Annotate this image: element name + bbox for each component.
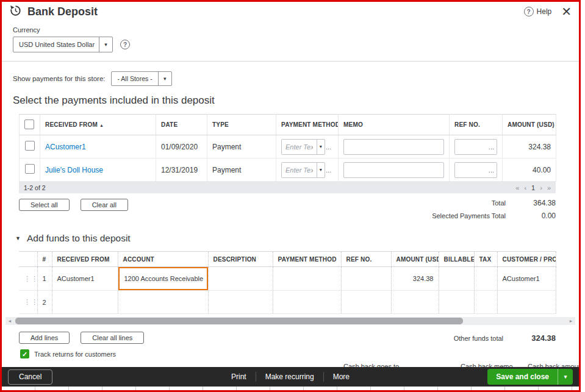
billable-cell[interactable] [439, 267, 474, 291]
clear-all-button[interactable]: Clear all [81, 199, 128, 211]
make-recurring-button[interactable]: Make recurring [256, 372, 323, 381]
received-from-link[interactable]: ACustomer1 [45, 143, 86, 151]
payment-method-caret-icon[interactable]: ▾ [317, 163, 325, 177]
col-memo[interactable]: MEMO [339, 115, 450, 135]
page-number[interactable]: 1 [531, 184, 535, 191]
payment-type: Payment [207, 135, 276, 159]
ref-no-cell[interactable] [341, 291, 391, 314]
dialog-header: Bank Deposit ? Help ✕ [2, 2, 579, 21]
currency-section: Currency USD United States Dollar ▾ ? [2, 21, 579, 62]
page-last-icon[interactable]: » [547, 184, 551, 191]
drag-handle-icon[interactable]: ⋮⋮ [24, 298, 37, 305]
cancel-button[interactable]: Cancel [8, 369, 52, 385]
received-from-link[interactable]: Julie's Doll House [45, 166, 103, 174]
track-returns-checkbox[interactable]: ✓ [20, 349, 29, 358]
col-received-from[interactable]: RECEIVED FROM▲ [40, 115, 156, 135]
payment-row-2-checkbox[interactable] [25, 164, 35, 174]
payment-method-input[interactable] [282, 140, 317, 154]
page-next-icon[interactable]: › [540, 184, 542, 191]
customer-cell[interactable] [497, 291, 556, 314]
payment-date: 01/09/2020 [156, 135, 207, 159]
payment-method-input[interactable] [282, 163, 317, 177]
memo-input[interactable] [343, 139, 444, 155]
store-filter-row: Show payments for this store: - All Stor… [13, 71, 579, 86]
total-label: Total [492, 199, 506, 207]
total-value: 364.38 [522, 199, 556, 207]
close-icon[interactable]: ✕ [561, 5, 572, 18]
page-first-icon[interactable]: « [515, 184, 519, 191]
store-caret-icon[interactable]: ▾ [158, 72, 171, 85]
sort-ascending-icon[interactable]: ▲ [99, 123, 104, 127]
help-link[interactable]: Help [537, 7, 552, 16]
payment-method-combo[interactable]: ▾ [281, 162, 325, 178]
col-ref-no[interactable]: REF NO. [450, 115, 503, 135]
scrollbar-thumb[interactable] [15, 318, 463, 324]
help-icon-glyph: ? [526, 9, 530, 15]
account-cell-highlighted[interactable]: 1200 Accounts Receivable [118, 267, 208, 290]
currency-select[interactable]: USD United States Dollar ▾ [13, 37, 113, 52]
description-cell[interactable] [208, 267, 273, 291]
select-all-checkbox[interactable] [24, 119, 34, 129]
col-amount[interactable]: AMOUNT (USD) [391, 252, 439, 267]
col-received-from[interactable]: RECEIVED FROM [52, 252, 118, 267]
payment-method-cell[interactable] [273, 291, 341, 314]
col-date[interactable]: DATE [156, 115, 207, 135]
funds-table: # RECEIVED FROM ACCOUNT DESCRIPTION PAYM… [19, 251, 556, 314]
scrollbar-track[interactable] [14, 317, 567, 325]
payment-method-caret-icon[interactable]: ▾ [317, 140, 325, 154]
drag-handle-icon[interactable]: ⋮⋮ [24, 275, 37, 282]
page-prev-icon[interactable]: ‹ [524, 184, 526, 191]
col-account[interactable]: ACCOUNT [118, 252, 208, 267]
col-tax[interactable]: TAX [474, 252, 497, 267]
track-returns-label: Track returns for customers [34, 351, 116, 358]
funds-received-from-cell[interactable] [52, 291, 118, 314]
amount-cell[interactable] [391, 291, 439, 314]
col-type[interactable]: TYPE [207, 115, 276, 135]
caret-glyph: ▾ [320, 144, 322, 149]
funds-received-from-cell[interactable]: ACustomer1 [52, 267, 118, 291]
collapse-caret-icon[interactable]: ▼ [15, 235, 21, 241]
ref-no-cell[interactable] [341, 267, 391, 291]
description-cell[interactable] [208, 291, 273, 314]
col-payment-method[interactable]: PAYMENT METHOD [276, 115, 339, 135]
billable-cell[interactable] [439, 291, 474, 314]
add-lines-button[interactable]: Add lines [19, 332, 70, 344]
caret-glyph: ▾ [320, 167, 322, 173]
payment-row-1-checkbox[interactable] [25, 141, 35, 151]
memo-input[interactable] [343, 162, 444, 178]
horizontal-scrollbar[interactable]: ◄ ► [5, 317, 575, 325]
tax-cell[interactable] [474, 291, 497, 314]
col-ref-no[interactable]: REF NO. [341, 252, 391, 267]
col-customer[interactable]: CUSTOMER / PROJECT [497, 252, 556, 267]
amount-cell[interactable]: 324.38 [391, 267, 439, 291]
caret-glyph: ▾ [564, 374, 567, 380]
col-payment-method[interactable]: PAYMENT METHOD [273, 252, 341, 267]
col-amount[interactable]: AMOUNT (USD) [503, 115, 556, 135]
help-icon[interactable]: ? [524, 7, 534, 16]
tax-cell[interactable] [474, 267, 497, 291]
currency-help-icon[interactable]: ? [120, 40, 130, 49]
col-line-number: # [37, 252, 52, 267]
account-cell[interactable] [118, 291, 208, 314]
store-select[interactable]: - All Stores - ▾ [111, 71, 171, 86]
line-number: 1 [37, 267, 52, 291]
overflow-dots: ... [326, 166, 331, 174]
currency-caret-icon[interactable]: ▾ [99, 37, 112, 52]
save-and-close-button[interactable]: Save and close ▾ [487, 369, 573, 385]
more-button[interactable]: More [324, 372, 359, 381]
scroll-right-icon[interactable]: ► [567, 317, 575, 325]
save-and-close-label[interactable]: Save and close [487, 369, 558, 385]
ref-no-input[interactable]: ... [454, 139, 497, 155]
select-all-button[interactable]: Select all [19, 199, 70, 211]
save-dropdown-caret-icon[interactable]: ▾ [558, 369, 573, 385]
ref-no-input[interactable]: ... [454, 162, 497, 178]
scroll-left-icon[interactable]: ◄ [5, 317, 14, 325]
customer-cell[interactable]: ACustomer1 [497, 267, 556, 291]
clear-all-lines-button[interactable]: Clear all lines [81, 332, 144, 344]
print-button[interactable]: Print [222, 372, 256, 381]
col-description[interactable]: DESCRIPTION [208, 252, 273, 267]
background-table-sliver [2, 387, 579, 390]
payment-method-combo[interactable]: ▾ [281, 139, 325, 155]
payment-method-cell[interactable] [273, 267, 341, 291]
col-billable[interactable]: BILLABLE [439, 252, 474, 267]
